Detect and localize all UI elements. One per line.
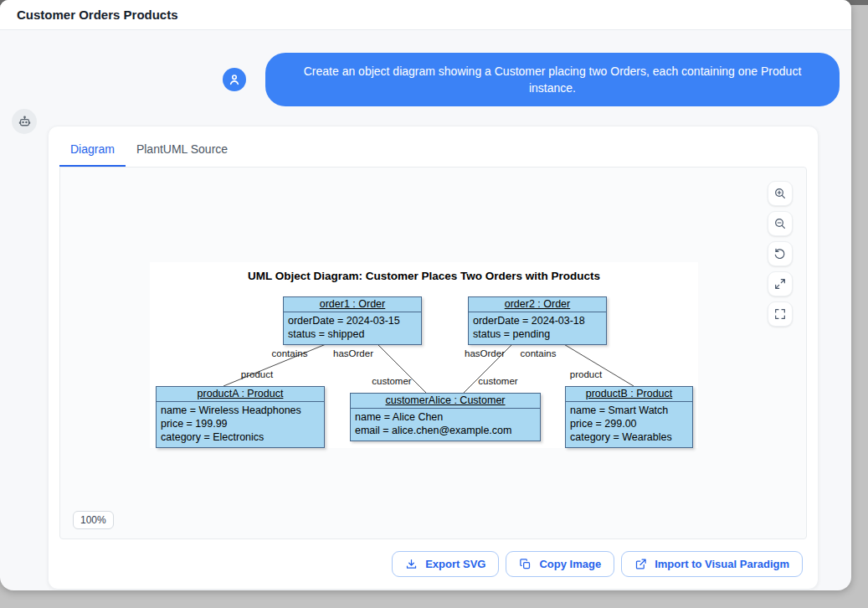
bot-icon [18,115,32,129]
tab-plantuml-source[interactable]: PlantUML Source [126,133,239,167]
chat-bubble: Create an object diagram showing a Custo… [265,53,840,106]
copy-image-label: Copy Image [539,558,601,570]
uml-object-attributes: orderDate = 2024-03-15status = shipped [284,312,421,344]
uml-edge-label-hasOrder: hasOrder [333,348,373,358]
app-window: Customer Orders Products Create an objec… [0,0,851,590]
uml-attribute: name = Wireless Headphones [161,404,320,417]
uml-edge-label-product: product [241,369,273,379]
uml-attribute: price = 299.00 [570,417,688,430]
uml-object-productA: productA : Productname = Wireless Headph… [156,386,325,448]
uml-object-attributes: name = Alice Chenemail = alice.chen@exam… [351,409,540,441]
uml-attribute: orderDate = 2024-03-18 [473,314,602,327]
uml-edge-label-hasOrder: hasOrder [465,348,505,358]
uml-edge-label-customer: customer [372,376,411,386]
fullscreen-button[interactable] [768,301,793,327]
uml-object-order1: order1 : OrderorderDate = 2024-03-15stat… [283,296,422,345]
uml-object-name: order1 : Order [284,297,421,312]
uml-attribute: price = 199.99 [161,417,320,430]
zoom-out-button[interactable] [768,211,793,236]
diagram-card: Diagram PlantUML Source UML Object Diagr… [48,126,819,590]
zoom-in-icon [773,187,787,200]
uml-attribute: status = shipped [288,327,417,341]
import-to-visual-paradigm-label: Import to Visual Paradigm [655,558,789,570]
uml-object-order2: order2 : OrderorderDate = 2024-03-18stat… [468,296,607,345]
uml-object-attributes: name = Wireless Headphonesprice = 199.99… [157,402,324,447]
uml-attribute: status = pending [473,327,602,341]
uml-attribute: category = Wearables [570,430,688,444]
copy-icon [519,558,532,570]
uml-attribute: email = alice.chen@example.com [355,424,536,437]
tab-bar: Diagram PlantUML Source [49,126,818,167]
external-link-icon [634,558,647,570]
uml-object-name: productB : Product [566,387,692,402]
uml-attribute: orderDate = 2024-03-15 [288,314,417,327]
diagram-canvas[interactable]: UML Object Diagram: Customer Places Two … [59,167,807,539]
export-svg-button[interactable]: Export SVG [392,551,499,577]
expand-icon [773,277,787,291]
zoom-in-button[interactable] [768,181,793,206]
import-to-visual-paradigm-button[interactable]: Import to Visual Paradigm [621,551,803,577]
uml-object-productB: productB : Productname = Smart Watchpric… [565,386,693,448]
uml-edge-label-contains: contains [272,348,308,358]
uml-attribute: name = Smart Watch [570,404,688,417]
tab-diagram[interactable]: Diagram [59,133,126,167]
uml-object-name: customerAlice : Customer [351,394,540,409]
copy-image-button[interactable]: Copy Image [506,551,614,577]
uml-object-name: productA : Product [157,387,324,402]
reset-view-button[interactable] [768,241,793,266]
expand-button[interactable] [768,271,793,296]
page-title: Customer Orders Products [17,8,178,22]
uml-edge-label-customer: customer [478,376,517,386]
uml-diagram-title: UML Object Diagram: Customer Places Two … [150,270,698,282]
uml-attribute: name = Alice Chen [355,410,536,424]
zoom-controls [768,181,793,327]
uml-edge-label-contains: contains [521,348,557,358]
user-avatar [223,68,246,91]
chat-message-row: Create an object diagram showing a Custo… [0,53,851,106]
reset-rotate-icon [773,247,787,260]
app-header: Customer Orders Products [0,0,851,30]
zoom-level-badge: 100% [73,511,114,529]
footer-actions: Export SVG Copy Image Import to Visual P… [392,551,803,577]
uml-object-customerAlice: customerAlice : Customername = Alice Che… [350,393,541,441]
download-icon [405,558,418,570]
user-icon [228,73,241,86]
uml-diagram: UML Object Diagram: Customer Places Two … [150,262,698,448]
uml-object-name: order2 : Order [469,297,606,312]
uml-attribute: category = Electronics [161,430,320,444]
fullscreen-icon [773,307,787,321]
export-svg-label: Export SVG [425,558,485,570]
zoom-out-icon [773,217,787,230]
uml-object-attributes: orderDate = 2024-03-18status = pending [469,312,606,344]
bot-toggle-button[interactable] [12,109,37,134]
uml-object-attributes: name = Smart Watchprice = 299.00category… [566,402,692,447]
uml-edge-label-product: product [570,369,602,379]
